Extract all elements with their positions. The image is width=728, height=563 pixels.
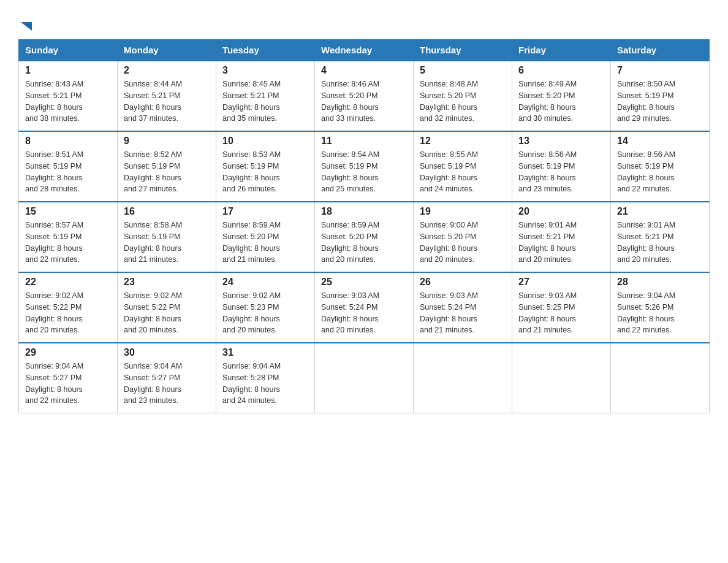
day-number: 1 [25, 65, 111, 76]
calendar-week-row: 22 Sunrise: 9:02 AMSunset: 5:22 PMDaylig… [19, 272, 710, 343]
calendar-cell: 5 Sunrise: 8:48 AMSunset: 5:20 PMDayligh… [414, 61, 512, 131]
day-info: Sunrise: 9:01 AMSunset: 5:21 PMDaylight:… [617, 221, 675, 264]
calendar-cell: 3 Sunrise: 8:45 AMSunset: 5:21 PMDayligh… [216, 61, 315, 131]
day-number: 18 [321, 206, 407, 217]
calendar-cell [611, 343, 710, 413]
calendar-day-header: Friday [512, 40, 611, 61]
day-info: Sunrise: 9:04 AMSunset: 5:26 PMDaylight:… [617, 291, 675, 334]
day-number: 11 [321, 136, 407, 147]
day-info: Sunrise: 8:46 AMSunset: 5:20 PMDaylight:… [321, 80, 379, 123]
day-number: 9 [124, 136, 210, 147]
calendar-cell: 21 Sunrise: 9:01 AMSunset: 5:21 PMDaylig… [611, 202, 710, 272]
day-info: Sunrise: 8:54 AMSunset: 5:19 PMDaylight:… [321, 150, 379, 193]
day-info: Sunrise: 8:56 AMSunset: 5:19 PMDaylight:… [518, 150, 577, 193]
logo-triangle-icon [20, 20, 33, 33]
calendar-cell: 4 Sunrise: 8:46 AMSunset: 5:20 PMDayligh… [315, 61, 414, 131]
calendar-cell: 12 Sunrise: 8:55 AMSunset: 5:19 PMDaylig… [414, 131, 512, 202]
day-info: Sunrise: 8:58 AMSunset: 5:19 PMDaylight:… [124, 221, 182, 264]
day-info: Sunrise: 9:02 AMSunset: 5:22 PMDaylight:… [124, 291, 182, 334]
calendar-week-row: 8 Sunrise: 8:51 AMSunset: 5:19 PMDayligh… [19, 131, 710, 202]
day-number: 20 [518, 206, 604, 217]
day-info: Sunrise: 9:01 AMSunset: 5:21 PMDaylight:… [518, 221, 577, 264]
calendar-cell: 7 Sunrise: 8:50 AMSunset: 5:19 PMDayligh… [611, 61, 710, 131]
day-info: Sunrise: 9:04 AMSunset: 5:27 PMDaylight:… [124, 362, 182, 405]
calendar-cell: 20 Sunrise: 9:01 AMSunset: 5:21 PMDaylig… [512, 202, 611, 272]
day-number: 14 [617, 136, 703, 147]
day-info: Sunrise: 9:00 AMSunset: 5:20 PMDaylight:… [420, 221, 478, 264]
day-number: 25 [321, 277, 407, 288]
calendar-cell: 23 Sunrise: 9:02 AMSunset: 5:22 PMDaylig… [118, 272, 216, 343]
calendar-cell: 25 Sunrise: 9:03 AMSunset: 5:24 PMDaylig… [315, 272, 414, 343]
calendar-day-header: Sunday [19, 40, 118, 61]
day-number: 19 [420, 206, 506, 217]
calendar-day-header: Monday [118, 40, 216, 61]
calendar-table: SundayMondayTuesdayWednesdayThursdayFrid… [18, 39, 710, 413]
calendar-cell: 14 Sunrise: 8:56 AMSunset: 5:19 PMDaylig… [611, 131, 710, 202]
day-number: 27 [518, 277, 604, 288]
calendar-cell: 2 Sunrise: 8:44 AMSunset: 5:21 PMDayligh… [118, 61, 216, 131]
calendar-cell: 26 Sunrise: 9:03 AMSunset: 5:24 PMDaylig… [414, 272, 512, 343]
day-number: 15 [25, 206, 111, 217]
day-number: 7 [617, 65, 703, 76]
day-number: 10 [222, 136, 308, 147]
calendar-header-row: SundayMondayTuesdayWednesdayThursdayFrid… [19, 40, 710, 61]
calendar-day-header: Saturday [611, 40, 710, 61]
day-info: Sunrise: 9:04 AMSunset: 5:28 PMDaylight:… [222, 362, 281, 405]
day-number: 22 [25, 277, 111, 288]
logo [18, 18, 40, 33]
day-number: 28 [617, 277, 703, 288]
day-info: Sunrise: 8:45 AMSunset: 5:21 PMDaylight:… [222, 80, 281, 123]
day-number: 5 [420, 65, 506, 76]
calendar-cell: 27 Sunrise: 9:03 AMSunset: 5:25 PMDaylig… [512, 272, 611, 343]
svg-marker-0 [21, 22, 32, 31]
day-number: 30 [124, 347, 210, 358]
calendar-week-row: 1 Sunrise: 8:43 AMSunset: 5:21 PMDayligh… [19, 61, 710, 131]
calendar-cell: 18 Sunrise: 8:59 AMSunset: 5:20 PMDaylig… [315, 202, 414, 272]
day-info: Sunrise: 8:53 AMSunset: 5:19 PMDaylight:… [222, 150, 281, 193]
day-info: Sunrise: 8:55 AMSunset: 5:19 PMDaylight:… [420, 150, 478, 193]
calendar-cell: 31 Sunrise: 9:04 AMSunset: 5:28 PMDaylig… [216, 343, 315, 413]
day-info: Sunrise: 9:03 AMSunset: 5:25 PMDaylight:… [518, 291, 577, 334]
calendar-cell: 22 Sunrise: 9:02 AMSunset: 5:22 PMDaylig… [19, 272, 118, 343]
calendar-cell: 16 Sunrise: 8:58 AMSunset: 5:19 PMDaylig… [118, 202, 216, 272]
day-info: Sunrise: 8:59 AMSunset: 5:20 PMDaylight:… [222, 221, 281, 264]
day-info: Sunrise: 8:56 AMSunset: 5:19 PMDaylight:… [617, 150, 675, 193]
day-info: Sunrise: 9:03 AMSunset: 5:24 PMDaylight:… [420, 291, 478, 334]
day-number: 2 [124, 65, 210, 76]
calendar-cell: 10 Sunrise: 8:53 AMSunset: 5:19 PMDaylig… [216, 131, 315, 202]
calendar-day-header: Tuesday [216, 40, 315, 61]
day-number: 12 [420, 136, 506, 147]
day-info: Sunrise: 9:02 AMSunset: 5:23 PMDaylight:… [222, 291, 281, 334]
calendar-cell [315, 343, 414, 413]
day-number: 8 [25, 136, 111, 147]
day-info: Sunrise: 8:51 AMSunset: 5:19 PMDaylight:… [25, 150, 83, 193]
calendar-cell: 13 Sunrise: 8:56 AMSunset: 5:19 PMDaylig… [512, 131, 611, 202]
calendar-day-header: Wednesday [315, 40, 414, 61]
calendar-week-row: 15 Sunrise: 8:57 AMSunset: 5:19 PMDaylig… [19, 202, 710, 272]
calendar-cell: 9 Sunrise: 8:52 AMSunset: 5:19 PMDayligh… [118, 131, 216, 202]
calendar-cell [512, 343, 611, 413]
calendar-cell: 28 Sunrise: 9:04 AMSunset: 5:26 PMDaylig… [611, 272, 710, 343]
day-number: 29 [25, 347, 111, 358]
calendar-cell: 15 Sunrise: 8:57 AMSunset: 5:19 PMDaylig… [19, 202, 118, 272]
day-info: Sunrise: 9:03 AMSunset: 5:24 PMDaylight:… [321, 291, 379, 334]
calendar-week-row: 29 Sunrise: 9:04 AMSunset: 5:27 PMDaylig… [19, 343, 710, 413]
calendar-cell: 8 Sunrise: 8:51 AMSunset: 5:19 PMDayligh… [19, 131, 118, 202]
day-number: 13 [518, 136, 604, 147]
day-number: 17 [222, 206, 308, 217]
day-info: Sunrise: 8:44 AMSunset: 5:21 PMDaylight:… [124, 80, 182, 123]
page-header [18, 12, 710, 33]
day-info: Sunrise: 8:49 AMSunset: 5:20 PMDaylight:… [518, 80, 577, 123]
day-number: 6 [518, 65, 604, 76]
calendar-cell [414, 343, 512, 413]
day-info: Sunrise: 8:48 AMSunset: 5:20 PMDaylight:… [420, 80, 478, 123]
day-number: 31 [222, 347, 308, 358]
day-number: 23 [124, 277, 210, 288]
calendar-cell: 19 Sunrise: 9:00 AMSunset: 5:20 PMDaylig… [414, 202, 512, 272]
calendar-cell: 1 Sunrise: 8:43 AMSunset: 5:21 PMDayligh… [19, 61, 118, 131]
day-info: Sunrise: 8:59 AMSunset: 5:20 PMDaylight:… [321, 221, 379, 264]
calendar-cell: 11 Sunrise: 8:54 AMSunset: 5:19 PMDaylig… [315, 131, 414, 202]
day-info: Sunrise: 8:57 AMSunset: 5:19 PMDaylight:… [25, 221, 83, 264]
calendar-cell: 24 Sunrise: 9:02 AMSunset: 5:23 PMDaylig… [216, 272, 315, 343]
day-number: 3 [222, 65, 308, 76]
